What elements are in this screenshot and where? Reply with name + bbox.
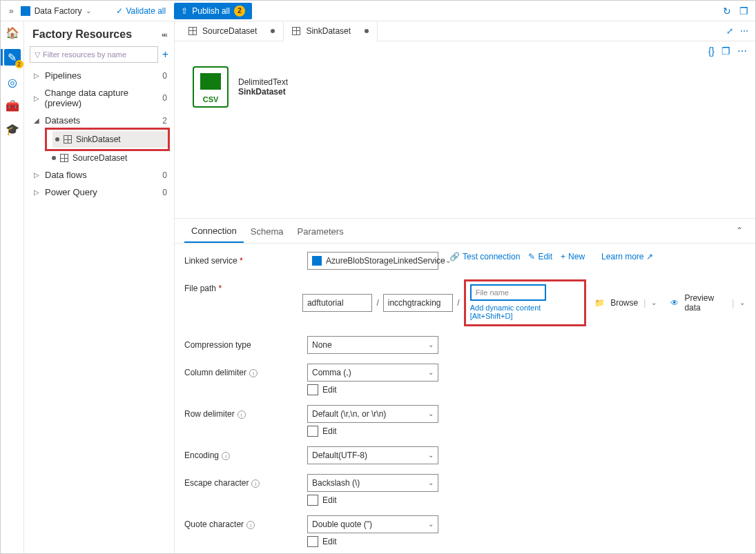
subtab-schema[interactable]: Schema [244, 219, 291, 242]
escape-edit-checkbox[interactable] [307, 495, 318, 506]
edit-checkbox-label: Edit [322, 495, 337, 505]
dataset-name-header: SinkDataset [238, 87, 288, 97]
dataset-type: DelimitedText [238, 77, 288, 87]
copy-icon[interactable]: ❐ [721, 46, 730, 57]
manage-icon[interactable]: 🧰 [6, 99, 19, 112]
feedback-icon[interactable]: ❐ [737, 3, 751, 19]
row-delimiter-label: Row delimiter [184, 409, 235, 419]
tree-dataflows[interactable]: ▷Data flows 0 [24, 166, 174, 184]
filter-resources-input[interactable]: ▽ Filter resources by name [30, 46, 158, 63]
new-linked-service-button[interactable]: +New [561, 252, 585, 261]
container-input[interactable]: adftutorial [302, 294, 373, 312]
collapse-panel-icon[interactable]: ⌃ [733, 223, 746, 238]
publish-all-button[interactable]: ⇧ Publish all 2 [174, 3, 252, 19]
tab-label: SourceDataset [202, 26, 257, 36]
directory-value: incchgtracking [388, 298, 441, 308]
path-separator: / [457, 298, 459, 308]
tree-datasets[interactable]: ◢Datasets 2 [24, 112, 174, 129]
preview-data-button[interactable]: Preview data [684, 293, 726, 313]
dataset-item-sinkdataset[interactable]: SinkDataset [52, 131, 168, 148]
tree-count: 0 [162, 71, 167, 81]
learning-icon[interactable]: 🎓 [6, 122, 19, 136]
filename-input[interactable]: File name [470, 284, 546, 301]
learn-label: Learn more [601, 252, 643, 261]
quote-char-select[interactable]: Double quote (")⌄ [307, 515, 438, 533]
upload-icon: ⇧ [181, 6, 188, 16]
subtab-connection[interactable]: Connection [184, 219, 244, 243]
edit-checkbox-label: Edit [322, 385, 337, 395]
info-icon[interactable]: i [251, 479, 260, 488]
tab-sourcedataset[interactable]: SourceDataset [180, 21, 284, 41]
dataset-icon [292, 27, 300, 35]
linked-service-select[interactable]: AzureBlobStorageLinkedService ⌄ [307, 252, 438, 270]
column-edit-checkbox[interactable] [307, 384, 318, 395]
data-factory-icon [21, 6, 30, 16]
browse-button[interactable]: Browse [610, 298, 638, 308]
csv-file-icon: CSV [193, 66, 229, 108]
tab-sinkdataset[interactable]: SinkDataset [284, 21, 378, 41]
tab-label: SinkDataset [306, 26, 351, 36]
info-icon[interactable]: i [222, 452, 230, 460]
check-icon: ✓ [116, 6, 123, 16]
quote-char-value: Double quote (") [312, 520, 372, 529]
edit-linked-service-button[interactable]: ✎Edit [528, 252, 552, 261]
modified-dot-icon [55, 137, 59, 141]
dataset-item-sourcedataset[interactable]: SourceDataset [24, 150, 174, 166]
collapse-panel-icon[interactable]: « « [162, 30, 166, 39]
test-label: Test connection [463, 252, 520, 261]
escape-char-label: Escape character [184, 478, 249, 488]
tree-count: 0 [162, 188, 167, 197]
tree-count: 0 [162, 93, 167, 103]
monitor-icon[interactable]: ◎ [6, 75, 19, 89]
filename-placeholder: File name [476, 288, 509, 297]
tree-pipelines[interactable]: ▷Pipelines 0 [24, 67, 174, 84]
directory-input[interactable]: incchgtracking [383, 294, 454, 312]
new-label: New [568, 252, 585, 261]
refresh-icon[interactable]: ↻ [720, 3, 734, 19]
home-icon[interactable]: 🏠 [6, 26, 19, 39]
column-delimiter-select[interactable]: Comma (,)⌄ [307, 364, 438, 382]
more-icon[interactable]: ⋯ [737, 46, 747, 57]
publish-count-badge: 2 [234, 6, 245, 17]
compression-label: Compression type [184, 336, 302, 350]
expand-icon[interactable]: ⤢ [726, 26, 733, 36]
subtab-parameters[interactable]: Parameters [290, 219, 350, 242]
linked-service-label: Linked service [184, 256, 238, 266]
dataset-name: SinkDataset [76, 135, 121, 144]
folder-icon: 📁 [594, 298, 605, 308]
tree-cdc[interactable]: ▷Change data capture (preview) 0 [24, 84, 174, 112]
tree-count: 0 [162, 170, 167, 180]
escape-char-select[interactable]: Backslash (\)⌄ [307, 474, 438, 492]
dataset-name: SourceDataset [72, 153, 127, 163]
encoding-select[interactable]: Default(UTF-8)⌄ [307, 446, 438, 464]
test-connection-button[interactable]: 🔗Test connection [449, 252, 520, 261]
modified-dot-icon [52, 156, 56, 160]
author-icon[interactable]: ✎2 [4, 49, 21, 66]
column-delimiter-label: Column delimiter [184, 368, 246, 377]
info-icon[interactable]: i [246, 521, 255, 529]
add-dynamic-content-link[interactable]: Add dynamic content [Alt+Shift+D] [470, 304, 580, 320]
row-edit-checkbox[interactable] [307, 426, 318, 437]
learn-more-link[interactable]: Learn more ↗ [601, 252, 653, 261]
info-icon[interactable]: i [249, 369, 258, 377]
preview-icon: 👁 [670, 298, 679, 308]
file-path-label: File path [184, 284, 216, 293]
expand-chevron-icon[interactable]: » [5, 5, 18, 17]
info-icon[interactable]: i [238, 410, 246, 419]
filter-icon: ▽ [35, 50, 40, 59]
quote-edit-checkbox[interactable] [307, 536, 318, 547]
more-icon[interactable]: ⋯ [740, 26, 748, 36]
container-value: adftutorial [307, 298, 344, 308]
breadcrumb[interactable]: Data Factory ⌄ [21, 6, 93, 16]
chevron-down-icon: ⌄ [86, 7, 93, 14]
factory-resources-panel: Factory Resources « « ▽ Filter resources… [24, 21, 175, 553]
linked-service-value: AzureBlobStorageLinkedService [326, 256, 445, 266]
chevron-down-icon[interactable]: ⌄ [739, 299, 746, 306]
chevron-down-icon[interactable]: ⌄ [651, 299, 657, 306]
tree-powerquery[interactable]: ▷Power Query 0 [24, 184, 174, 201]
json-icon[interactable]: {} [708, 46, 715, 57]
compression-select[interactable]: None⌄ [307, 336, 438, 354]
validate-all-button[interactable]: ✓ Validate all [110, 4, 171, 18]
add-resource-button[interactable]: + [162, 48, 168, 61]
row-delimiter-select[interactable]: Default (\r,\n, or \r\n)⌄ [307, 405, 438, 423]
